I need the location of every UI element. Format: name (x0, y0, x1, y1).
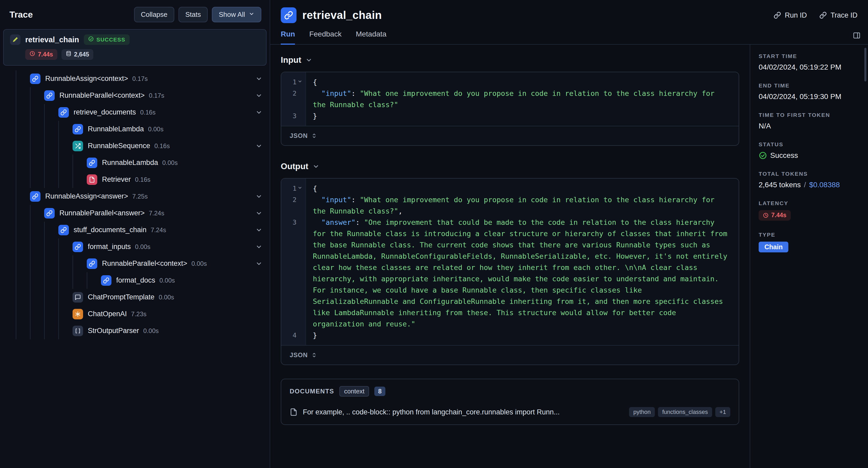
trace-id-button[interactable]: Trace ID (819, 11, 858, 20)
trace-node[interactable]: retrieve_documents 0.16s (0, 104, 270, 121)
node-duration: 0.16s (135, 176, 151, 183)
shuffle-icon (72, 141, 83, 151)
input-code-block: 1 { 2 "input": "What one improvement do … (281, 72, 739, 146)
tree-guides (16, 272, 101, 289)
tokens-badge: 2,645 (62, 49, 94, 60)
trace-node[interactable]: ChatPromptTemplate 0.00s (0, 289, 270, 306)
chevron-down-icon[interactable] (255, 210, 262, 217)
input-format-selector[interactable]: JSON (281, 126, 739, 145)
node-label: format_docs (116, 276, 155, 285)
link-icon (58, 107, 69, 118)
link-icon (72, 124, 83, 134)
node-label: RunnableLambda (102, 159, 158, 167)
chevron-down-icon[interactable] (255, 260, 262, 267)
node-duration: 0.16s (140, 109, 156, 116)
tree-guides (16, 87, 44, 104)
show-all-dropdown[interactable]: Show All (212, 7, 261, 22)
run-type-badge: Chain (758, 242, 788, 253)
link-icon (774, 11, 781, 19)
tree-guides (16, 70, 30, 87)
code-content: { (306, 76, 739, 88)
chevron-down-icon[interactable] (255, 143, 262, 149)
context-badge: context (339, 386, 369, 397)
fold-chevron-icon[interactable] (297, 186, 303, 190)
chevron-down-icon[interactable] (255, 75, 262, 82)
code-line: 2 "input": "What one improvement do you … (281, 88, 739, 110)
trace-root-node[interactable]: retrieval_chain SUCCESS 7.44s 2,645 (3, 29, 267, 66)
trace-node[interactable]: ChatOpenAI 7.23s (0, 306, 270, 323)
node-label: RunnableLambda (88, 125, 144, 133)
line-number: 3 (281, 217, 306, 330)
panel-toggle-icon[interactable] (853, 32, 861, 44)
trace-node[interactable]: RunnableAssign<context> 0.17s (0, 70, 270, 87)
tree-guides (16, 289, 72, 306)
clock-icon (763, 212, 769, 218)
success-badge: SUCCESS (84, 34, 130, 45)
trace-root-label: retrieval_chain (25, 35, 79, 44)
node-duration: 7.24s (149, 209, 164, 217)
chevron-down-icon (313, 163, 319, 170)
detail-field: STATUS Success (758, 141, 860, 160)
run-id-button[interactable]: Run ID (774, 11, 807, 20)
tab-run[interactable]: Run (281, 30, 295, 45)
documents-section: DOCUMENTS context 8 For example, .. code… (281, 379, 739, 425)
detail-value: N/A (758, 122, 860, 130)
trace-node[interactable]: RunnableLambda 0.00s (0, 121, 270, 138)
line-number: 2 (281, 88, 306, 110)
tab-feedback[interactable]: Feedback (309, 30, 341, 45)
trace-panel: Trace Collapse Stats Show All retrieval_… (0, 0, 270, 468)
trace-node[interactable]: stuff_documents_chain 7.24s (0, 222, 270, 238)
trace-node[interactable]: format_inputs 0.00s (0, 238, 270, 255)
trace-node[interactable]: format_docs 0.00s (0, 272, 270, 289)
output-section-header[interactable]: Output (281, 162, 319, 171)
document-more-tag[interactable]: +1 (715, 407, 730, 417)
trace-node[interactable]: RunnableSequence 0.16s (0, 138, 270, 155)
detail-label: TOTAL TOKENS (758, 171, 860, 177)
trace-node[interactable]: RunnableAssign<answer> 7.25s (0, 188, 270, 205)
node-label: StrOutputParser (88, 327, 139, 335)
node-duration: 7.23s (131, 310, 147, 318)
sort-icon (311, 133, 317, 139)
detail-field: TIME TO FIRST TOKEN N/A (758, 112, 860, 130)
document-tags: pythonfunctions_classes+1 (629, 407, 730, 417)
scrollbar-thumb[interactable] (864, 48, 866, 81)
tab-metadata[interactable]: Metadata (356, 30, 386, 45)
collapse-button[interactable]: Collapse (134, 7, 174, 22)
chevron-down-icon[interactable] (255, 92, 262, 99)
code-content: "input": "What one improvement do you pr… (306, 88, 739, 110)
detail-value: 2,645 tokens/$0.08388 (758, 181, 860, 189)
node-label: RunnableParallel<context> (59, 91, 145, 100)
fold-chevron-icon[interactable] (297, 79, 303, 84)
trace-node[interactable]: RunnableParallel<context> 0.17s (0, 87, 270, 104)
detail-value: Chain (758, 242, 860, 253)
detail-field: START TIME 04/02/2024, 05:19:22 PM (758, 53, 860, 71)
trace-node[interactable]: StrOutputParser 0.00s (0, 323, 270, 339)
trace-root-badges: 7.44s 2,645 (25, 49, 260, 60)
trace-node[interactable]: Retriever 0.16s (0, 171, 270, 188)
line-number: 3 (281, 110, 306, 122)
chevron-down-icon[interactable] (255, 243, 262, 250)
stats-button[interactable]: Stats (179, 7, 208, 22)
output-format-selector[interactable]: JSON (281, 345, 739, 365)
node-label: RunnableParallel<answer> (59, 209, 145, 217)
trace-panel-header: Trace Collapse Stats Show All (0, 0, 270, 28)
output-code-block: 1 { 2 "input": "What one improvement do … (281, 178, 739, 365)
trace-node[interactable]: RunnableLambda 0.00s (0, 155, 270, 171)
trace-node[interactable]: RunnableParallel<answer> 7.24s (0, 205, 270, 222)
node-label: ChatOpenAI (88, 310, 127, 318)
document-tag: python (629, 407, 655, 417)
run-main: Input 1 { 2 "input": "What one improveme… (270, 45, 750, 468)
input-section-header[interactable]: Input (281, 55, 312, 65)
latency-badge: 7.44s (25, 49, 57, 60)
chevron-down-icon[interactable] (255, 227, 262, 233)
node-duration: 0.00s (191, 260, 207, 267)
chevron-down-icon[interactable] (255, 193, 262, 200)
detail-field: TOTAL TOKENS 2,645 tokens/$0.08388 (758, 171, 860, 189)
detail-label: TYPE (758, 232, 860, 238)
trace-node[interactable]: RunnableParallel<context> 0.00s (0, 255, 270, 272)
node-duration: 0.17s (149, 92, 164, 99)
line-number: 2 (281, 194, 306, 217)
run-header: retrieval_chain Run ID Trace ID (270, 0, 868, 23)
document-row[interactable]: For example, .. code-block:: python from… (281, 402, 739, 425)
chevron-down-icon[interactable] (255, 109, 262, 116)
